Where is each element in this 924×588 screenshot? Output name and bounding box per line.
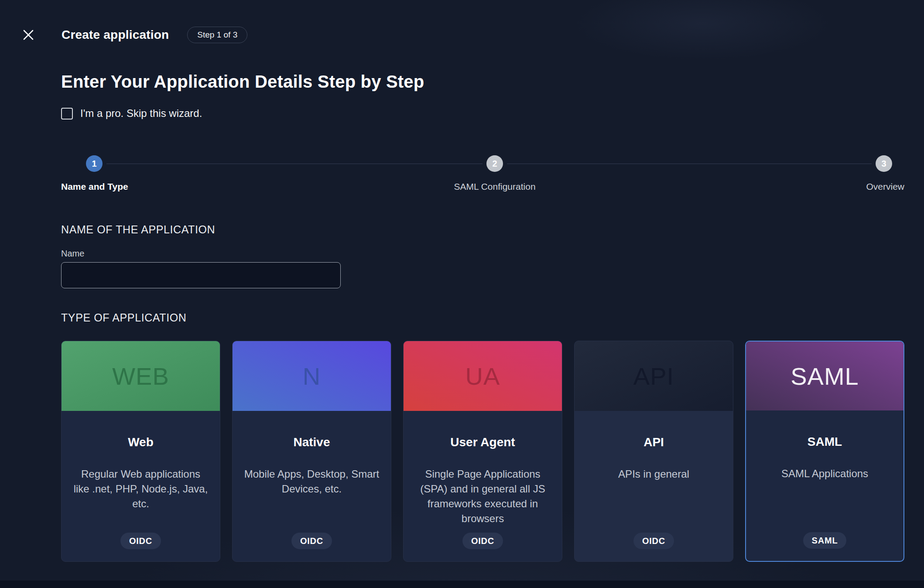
type-section-title: TYPE OF APPLICATION xyxy=(61,311,904,324)
app-type-card-api[interactable]: APIAPIAPIs in generalOIDC xyxy=(574,341,733,562)
card-protocol-badge: SAML xyxy=(803,532,847,549)
stepper-connector-line xyxy=(106,164,483,164)
app-type-cards: WEBWebRegular Web applications like .net… xyxy=(61,341,904,562)
name-section-title: NAME OF THE APPLICATION xyxy=(61,223,904,236)
skip-wizard-label: I'm a pro. Skip this wizard. xyxy=(80,107,202,120)
card-description: SAML Applications xyxy=(781,466,868,481)
stepper: 1 2 3 Name and Type SAML Configuration O… xyxy=(61,155,904,195)
card-description: Single Page Applications (SPA) and in ge… xyxy=(415,467,551,526)
app-type-card-saml[interactable]: SAMLSAMLSAML ApplicationsSAML xyxy=(745,341,904,562)
card-body: SAMLSAML ApplicationsSAML xyxy=(746,410,903,561)
card-body: NativeMobile Apps, Desktop, Smart Device… xyxy=(233,411,391,561)
step-circle-3: 3 xyxy=(876,155,892,172)
card-title: User Agent xyxy=(450,435,515,449)
card-protocol-badge: OIDC xyxy=(462,533,503,549)
card-title: SAML xyxy=(808,435,842,449)
close-icon xyxy=(22,28,35,41)
app-type-card-native[interactable]: NNativeMobile Apps, Desktop, Smart Devic… xyxy=(232,341,391,562)
page-title: Create application xyxy=(62,28,169,42)
card-header-letter: WEB xyxy=(112,362,169,390)
card-protocol-badge: OIDC xyxy=(633,533,674,549)
app-type-card-user-agent[interactable]: UAUser AgentSingle Page Applications (SP… xyxy=(403,341,562,562)
wizard-header: Create application Step 1 of 3 xyxy=(0,0,924,46)
card-description: Regular Web applications like .net, PHP,… xyxy=(73,467,209,511)
skip-wizard-checkbox[interactable] xyxy=(61,108,73,120)
name-input[interactable] xyxy=(61,262,341,288)
card-header-api: API xyxy=(575,341,733,411)
card-body: WebRegular Web applications like .net, P… xyxy=(62,411,220,561)
card-header-saml: SAML xyxy=(746,342,903,410)
card-description: Mobile Apps, Desktop, Smart Devices, etc… xyxy=(244,467,380,496)
wizard-heading: Enter Your Application Details Step by S… xyxy=(61,72,904,92)
card-header-letter: UA xyxy=(465,362,500,390)
step-circle-2: 2 xyxy=(486,155,503,172)
card-body: APIAPIs in generalOIDC xyxy=(575,411,733,561)
name-field-label: Name xyxy=(61,248,904,259)
app-type-card-web[interactable]: WEBWebRegular Web applications like .net… xyxy=(61,341,220,562)
card-title: Web xyxy=(128,435,154,449)
step-indicator-badge: Step 1 of 3 xyxy=(187,27,247,43)
card-header-letter: SAML xyxy=(791,362,859,390)
skip-wizard-row[interactable]: I'm a pro. Skip this wizard. xyxy=(61,107,202,120)
close-button[interactable] xyxy=(20,26,37,44)
wizard-content: Enter Your Application Details Step by S… xyxy=(0,72,924,562)
card-protocol-badge: OIDC xyxy=(291,533,332,549)
card-protocol-badge: OIDC xyxy=(120,533,161,549)
card-title: Native xyxy=(293,435,330,449)
card-header-web: WEB xyxy=(62,341,220,411)
card-description: APIs in general xyxy=(618,467,689,482)
card-title: API xyxy=(643,435,664,449)
card-header-letter: N xyxy=(303,362,321,390)
step-label-name-and-type: Name and Type xyxy=(61,181,128,192)
step-circle-1: 1 xyxy=(86,155,103,172)
card-body: User AgentSingle Page Applications (SPA)… xyxy=(404,411,562,561)
card-header-letter: API xyxy=(633,362,674,390)
card-header-user-agent: UA xyxy=(404,341,562,411)
card-header-native: N xyxy=(233,341,391,411)
bottom-edge xyxy=(0,581,924,588)
step-label-overview: Overview xyxy=(866,181,904,192)
create-application-wizard: Create application Step 1 of 3 Enter You… xyxy=(0,0,924,562)
stepper-connector-line xyxy=(507,164,872,164)
step-label-saml-configuration: SAML Configuration xyxy=(454,181,535,192)
